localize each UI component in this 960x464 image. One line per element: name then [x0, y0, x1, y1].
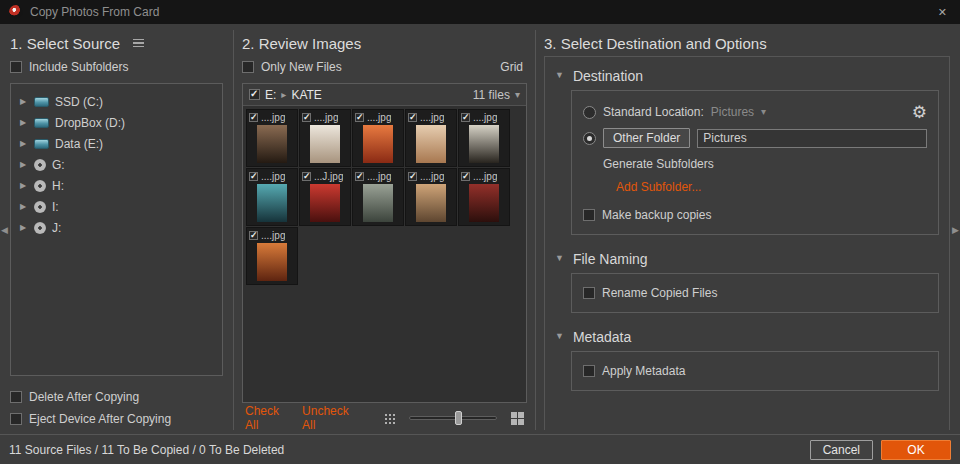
- metadata-section-header[interactable]: ▼ Metadata: [555, 324, 939, 349]
- other-folder-button[interactable]: Other Folder: [603, 128, 690, 148]
- delete-after-copying-checkbox[interactable]: Delete After Copying: [10, 386, 223, 408]
- add-subfolder-link[interactable]: Add Subfolder...: [583, 173, 927, 199]
- checkbox-icon[interactable]: [583, 209, 595, 221]
- make-backup-checkbox[interactable]: Make backup copies: [583, 204, 927, 226]
- cancel-button[interactable]: Cancel: [810, 440, 873, 460]
- review-images-panel: 2. Review Images Only New Files Grid E: …: [234, 30, 536, 430]
- collapse-arrow-icon[interactable]: ▼: [555, 71, 564, 80]
- expand-arrow-icon[interactable]: ▶: [20, 119, 28, 127]
- file-count-dropdown-icon[interactable]: ▾: [515, 90, 520, 100]
- drive-icon: [34, 222, 46, 234]
- expand-arrow-icon[interactable]: ▶: [20, 203, 28, 211]
- thumbnail-photo[interactable]: [416, 184, 446, 222]
- thumbnail-photo[interactable]: [257, 184, 287, 222]
- apply-metadata-checkbox[interactable]: Apply Metadata: [583, 360, 927, 382]
- expand-arrow-icon[interactable]: ▶: [20, 182, 28, 190]
- only-new-files-checkbox[interactable]: Only New Files: [242, 56, 342, 78]
- check-all-link[interactable]: Check All: [245, 404, 288, 432]
- thumbnail-item[interactable]: ....jpg: [405, 168, 457, 226]
- rename-copied-files-checkbox[interactable]: Rename Copied Files: [583, 282, 927, 304]
- other-folder-input[interactable]: [697, 129, 927, 148]
- drive-label: Data (E:): [55, 137, 103, 151]
- destination-section-header[interactable]: ▼ Destination: [555, 63, 939, 88]
- drive-tree-item[interactable]: ▶ I:: [11, 196, 222, 217]
- thumbnail-photo[interactable]: [310, 125, 340, 163]
- eject-device-checkbox[interactable]: Eject Device After Copying: [10, 408, 223, 430]
- close-icon[interactable]: ✕: [934, 6, 951, 19]
- drive-tree-item[interactable]: ▶ J:: [11, 217, 222, 238]
- thumbnail-checkbox[interactable]: [355, 172, 364, 181]
- drive-tree-item[interactable]: ▶ H:: [11, 175, 222, 196]
- file-naming-section-header[interactable]: ▼ File Naming: [555, 246, 939, 271]
- source-options-menu-icon[interactable]: [133, 39, 144, 48]
- uncheck-all-link[interactable]: Uncheck All: [302, 404, 356, 432]
- collapse-arrow-icon[interactable]: ▼: [555, 254, 564, 263]
- checkbox-icon[interactable]: [10, 413, 22, 425]
- thumbnail-checkbox[interactable]: [355, 113, 364, 122]
- thumbnail-item[interactable]: ....jpg: [352, 109, 404, 167]
- standard-location-radio[interactable]: [583, 106, 596, 119]
- expand-arrow-icon[interactable]: ▶: [20, 98, 28, 106]
- thumbnail-photo[interactable]: [469, 125, 499, 163]
- small-thumbnails-icon[interactable]: [384, 413, 395, 424]
- thumbnail-photo[interactable]: [416, 125, 446, 163]
- collapse-arrow-icon[interactable]: ▼: [555, 332, 564, 341]
- gear-icon[interactable]: ⚙: [912, 104, 927, 121]
- large-thumbnails-icon[interactable]: [511, 412, 524, 425]
- thumbnail-checkbox[interactable]: [302, 172, 311, 181]
- thumbnail-item[interactable]: ....jpg: [458, 109, 510, 167]
- thumbnail-size-slider[interactable]: [409, 411, 497, 425]
- thumbnail-checkbox[interactable]: [408, 172, 417, 181]
- thumbnail-checkbox[interactable]: [408, 113, 417, 122]
- thumbnail-checkbox[interactable]: [461, 172, 470, 181]
- file-count-label[interactable]: 11 files: [473, 88, 510, 102]
- thumbnail-photo[interactable]: [257, 243, 287, 281]
- thumbnail-checkbox[interactable]: [302, 113, 311, 122]
- thumbnail-checkbox[interactable]: [249, 113, 258, 122]
- checkbox-icon[interactable]: [583, 287, 595, 299]
- thumbnail-photo[interactable]: [363, 125, 393, 163]
- expand-arrow-icon[interactable]: ▶: [20, 224, 28, 232]
- thumbnail-item[interactable]: ....jpg: [405, 109, 457, 167]
- expand-right-panel-icon[interactable]: ▶: [952, 226, 959, 235]
- thumbnail-item[interactable]: ....jpg: [246, 168, 298, 226]
- standard-location-dropdown-icon[interactable]: ▾: [761, 107, 766, 117]
- thumbnail-checkbox[interactable]: [461, 113, 470, 122]
- drive-tree-item[interactable]: ▶ SSD (C:): [11, 91, 222, 112]
- expand-arrow-icon[interactable]: ▶: [20, 161, 28, 169]
- slider-handle[interactable]: [455, 411, 462, 425]
- thumbnail-item[interactable]: ....jpg: [352, 168, 404, 226]
- thumbnail-header: ....jpg: [353, 110, 403, 124]
- thumbnail-photo[interactable]: [363, 184, 393, 222]
- ok-button[interactable]: OK: [881, 440, 951, 460]
- checkbox-icon[interactable]: [10, 61, 22, 73]
- checkbox-icon[interactable]: [583, 365, 595, 377]
- folder-checkbox[interactable]: [249, 89, 260, 100]
- collapse-left-panel-icon[interactable]: ◀: [1, 226, 8, 235]
- apply-metadata-label: Apply Metadata: [602, 364, 685, 378]
- thumbnail-photo[interactable]: [310, 184, 340, 222]
- folder-tree[interactable]: ▶ SSD (C:) ▶ DropBox (D:) ▶ Data (E:) ▶: [10, 83, 223, 376]
- folder-header[interactable]: E: ▸ KATE 11 files ▾: [243, 84, 526, 106]
- breadcrumb-arrow-icon: ▸: [281, 90, 286, 100]
- thumbnail-item[interactable]: ....jpg: [246, 227, 298, 285]
- thumbnail-checkbox[interactable]: [249, 172, 258, 181]
- drive-tree-item[interactable]: ▶ DropBox (D:): [11, 112, 222, 133]
- thumbnail-photo[interactable]: [469, 184, 499, 222]
- thumbnail-item[interactable]: ....jpg: [458, 168, 510, 226]
- other-folder-radio[interactable]: [583, 132, 596, 145]
- thumbnail-photo[interactable]: [257, 125, 287, 163]
- thumbnail-header: ....jpg: [247, 169, 297, 183]
- include-subfolders-checkbox[interactable]: Include Subfolders: [10, 56, 223, 78]
- drive-tree-item[interactable]: ▶ Data (E:): [11, 133, 222, 154]
- expand-arrow-icon[interactable]: ▶: [20, 140, 28, 148]
- view-mode-selector[interactable]: Grid: [500, 60, 527, 74]
- drive-tree-item[interactable]: ▶ G:: [11, 154, 222, 175]
- checkbox-icon[interactable]: [242, 61, 254, 73]
- thumbnail-item[interactable]: ....jpg: [246, 109, 298, 167]
- thumbnail-item[interactable]: ....jpg: [299, 109, 351, 167]
- standard-location-value[interactable]: Pictures: [711, 105, 754, 119]
- checkbox-icon[interactable]: [10, 391, 22, 403]
- thumbnail-checkbox[interactable]: [249, 231, 258, 240]
- thumbnail-item[interactable]: ...J.jpg: [299, 168, 351, 226]
